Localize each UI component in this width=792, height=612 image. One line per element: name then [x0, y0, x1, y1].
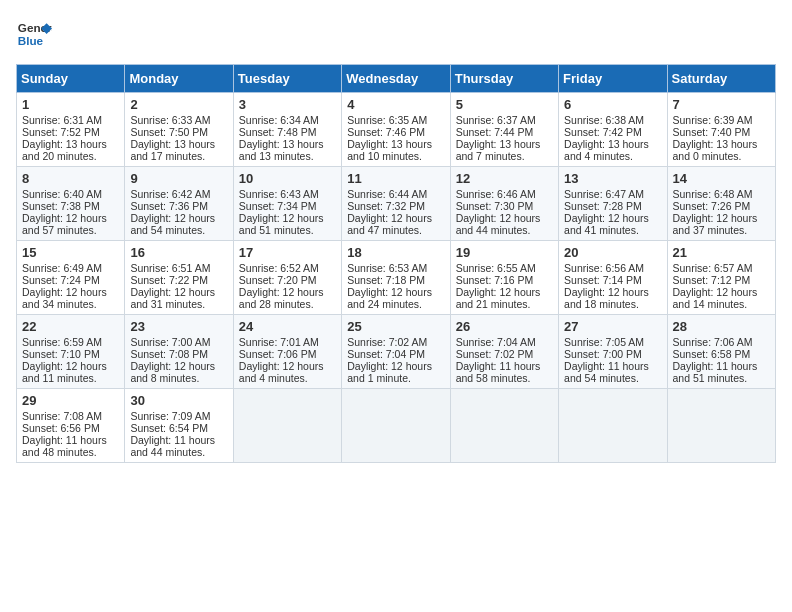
day-number: 6 [564, 97, 661, 112]
sunrise-label: Sunrise: 7:01 AM [239, 336, 319, 348]
sunset-label: Sunset: 7:22 PM [130, 274, 208, 286]
daylight-label: Daylight: 13 hours and 20 minutes. [22, 138, 107, 162]
sunset-label: Sunset: 7:00 PM [564, 348, 642, 360]
sunrise-label: Sunrise: 6:35 AM [347, 114, 427, 126]
calendar-cell [667, 389, 775, 463]
logo-icon: General Blue [16, 16, 52, 52]
calendar-cell: 26Sunrise: 7:04 AMSunset: 7:02 PMDayligh… [450, 315, 558, 389]
daylight-label: Daylight: 12 hours and 57 minutes. [22, 212, 107, 236]
daylight-label: Daylight: 12 hours and 21 minutes. [456, 286, 541, 310]
sunset-label: Sunset: 7:32 PM [347, 200, 425, 212]
daylight-label: Daylight: 12 hours and 1 minute. [347, 360, 432, 384]
calendar-cell [342, 389, 450, 463]
calendar-cell: 18Sunrise: 6:53 AMSunset: 7:18 PMDayligh… [342, 241, 450, 315]
sunset-label: Sunset: 7:08 PM [130, 348, 208, 360]
sunrise-label: Sunrise: 6:42 AM [130, 188, 210, 200]
sunset-label: Sunset: 7:36 PM [130, 200, 208, 212]
day-number: 22 [22, 319, 119, 334]
calendar-cell: 6Sunrise: 6:38 AMSunset: 7:42 PMDaylight… [559, 93, 667, 167]
calendar-cell: 13Sunrise: 6:47 AMSunset: 7:28 PMDayligh… [559, 167, 667, 241]
sunrise-label: Sunrise: 6:39 AM [673, 114, 753, 126]
sunrise-label: Sunrise: 7:09 AM [130, 410, 210, 422]
calendar-cell: 12Sunrise: 6:46 AMSunset: 7:30 PMDayligh… [450, 167, 558, 241]
sunrise-label: Sunrise: 6:49 AM [22, 262, 102, 274]
sunset-label: Sunset: 6:56 PM [22, 422, 100, 434]
daylight-label: Daylight: 12 hours and 51 minutes. [239, 212, 324, 236]
calendar-cell: 22Sunrise: 6:59 AMSunset: 7:10 PMDayligh… [17, 315, 125, 389]
calendar-cell: 7Sunrise: 6:39 AMSunset: 7:40 PMDaylight… [667, 93, 775, 167]
svg-text:Blue: Blue [18, 34, 44, 47]
sunset-label: Sunset: 7:46 PM [347, 126, 425, 138]
daylight-label: Daylight: 12 hours and 18 minutes. [564, 286, 649, 310]
sunset-label: Sunset: 7:38 PM [22, 200, 100, 212]
sunrise-label: Sunrise: 6:46 AM [456, 188, 536, 200]
daylight-label: Daylight: 11 hours and 48 minutes. [22, 434, 107, 458]
daylight-label: Daylight: 11 hours and 44 minutes. [130, 434, 215, 458]
calendar-cell: 21Sunrise: 6:57 AMSunset: 7:12 PMDayligh… [667, 241, 775, 315]
day-number: 16 [130, 245, 227, 260]
calendar-cell: 29Sunrise: 7:08 AMSunset: 6:56 PMDayligh… [17, 389, 125, 463]
sunrise-label: Sunrise: 6:31 AM [22, 114, 102, 126]
calendar-week-0: 1Sunrise: 6:31 AMSunset: 7:52 PMDaylight… [17, 93, 776, 167]
sunrise-label: Sunrise: 7:02 AM [347, 336, 427, 348]
sunset-label: Sunset: 7:40 PM [673, 126, 751, 138]
day-number: 5 [456, 97, 553, 112]
sunrise-label: Sunrise: 6:37 AM [456, 114, 536, 126]
sunset-label: Sunset: 7:24 PM [22, 274, 100, 286]
sunset-label: Sunset: 7:42 PM [564, 126, 642, 138]
page-header: General Blue [16, 16, 776, 52]
calendar-week-1: 8Sunrise: 6:40 AMSunset: 7:38 PMDaylight… [17, 167, 776, 241]
day-number: 24 [239, 319, 336, 334]
calendar-cell: 4Sunrise: 6:35 AMSunset: 7:46 PMDaylight… [342, 93, 450, 167]
sunset-label: Sunset: 7:26 PM [673, 200, 751, 212]
daylight-label: Daylight: 13 hours and 13 minutes. [239, 138, 324, 162]
day-number: 28 [673, 319, 770, 334]
day-number: 12 [456, 171, 553, 186]
calendar-cell: 17Sunrise: 6:52 AMSunset: 7:20 PMDayligh… [233, 241, 341, 315]
day-header-thursday: Thursday [450, 65, 558, 93]
day-number: 7 [673, 97, 770, 112]
day-number: 14 [673, 171, 770, 186]
sunrise-label: Sunrise: 6:43 AM [239, 188, 319, 200]
daylight-label: Daylight: 12 hours and 31 minutes. [130, 286, 215, 310]
daylight-label: Daylight: 12 hours and 24 minutes. [347, 286, 432, 310]
day-number: 2 [130, 97, 227, 112]
sunset-label: Sunset: 7:04 PM [347, 348, 425, 360]
sunset-label: Sunset: 7:02 PM [456, 348, 534, 360]
calendar-cell: 10Sunrise: 6:43 AMSunset: 7:34 PMDayligh… [233, 167, 341, 241]
day-header-wednesday: Wednesday [342, 65, 450, 93]
sunset-label: Sunset: 6:58 PM [673, 348, 751, 360]
sunrise-label: Sunrise: 6:40 AM [22, 188, 102, 200]
calendar-cell: 28Sunrise: 7:06 AMSunset: 6:58 PMDayligh… [667, 315, 775, 389]
calendar-cell: 14Sunrise: 6:48 AMSunset: 7:26 PMDayligh… [667, 167, 775, 241]
calendar-week-3: 22Sunrise: 6:59 AMSunset: 7:10 PMDayligh… [17, 315, 776, 389]
sunset-label: Sunset: 7:18 PM [347, 274, 425, 286]
sunrise-label: Sunrise: 6:51 AM [130, 262, 210, 274]
day-number: 9 [130, 171, 227, 186]
day-number: 29 [22, 393, 119, 408]
sunset-label: Sunset: 7:12 PM [673, 274, 751, 286]
day-number: 8 [22, 171, 119, 186]
calendar-cell: 24Sunrise: 7:01 AMSunset: 7:06 PMDayligh… [233, 315, 341, 389]
daylight-label: Daylight: 12 hours and 37 minutes. [673, 212, 758, 236]
day-number: 11 [347, 171, 444, 186]
sunset-label: Sunset: 7:06 PM [239, 348, 317, 360]
daylight-label: Daylight: 13 hours and 4 minutes. [564, 138, 649, 162]
sunset-label: Sunset: 7:44 PM [456, 126, 534, 138]
day-number: 27 [564, 319, 661, 334]
calendar-cell: 5Sunrise: 6:37 AMSunset: 7:44 PMDaylight… [450, 93, 558, 167]
sunrise-label: Sunrise: 6:34 AM [239, 114, 319, 126]
daylight-label: Daylight: 12 hours and 8 minutes. [130, 360, 215, 384]
calendar-cell: 27Sunrise: 7:05 AMSunset: 7:00 PMDayligh… [559, 315, 667, 389]
day-number: 3 [239, 97, 336, 112]
calendar-cell: 23Sunrise: 7:00 AMSunset: 7:08 PMDayligh… [125, 315, 233, 389]
day-number: 19 [456, 245, 553, 260]
day-number: 18 [347, 245, 444, 260]
sunset-label: Sunset: 7:50 PM [130, 126, 208, 138]
day-number: 25 [347, 319, 444, 334]
sunset-label: Sunset: 7:16 PM [456, 274, 534, 286]
calendar-cell: 3Sunrise: 6:34 AMSunset: 7:48 PMDaylight… [233, 93, 341, 167]
day-number: 10 [239, 171, 336, 186]
sunrise-label: Sunrise: 6:57 AM [673, 262, 753, 274]
sunrise-label: Sunrise: 7:00 AM [130, 336, 210, 348]
